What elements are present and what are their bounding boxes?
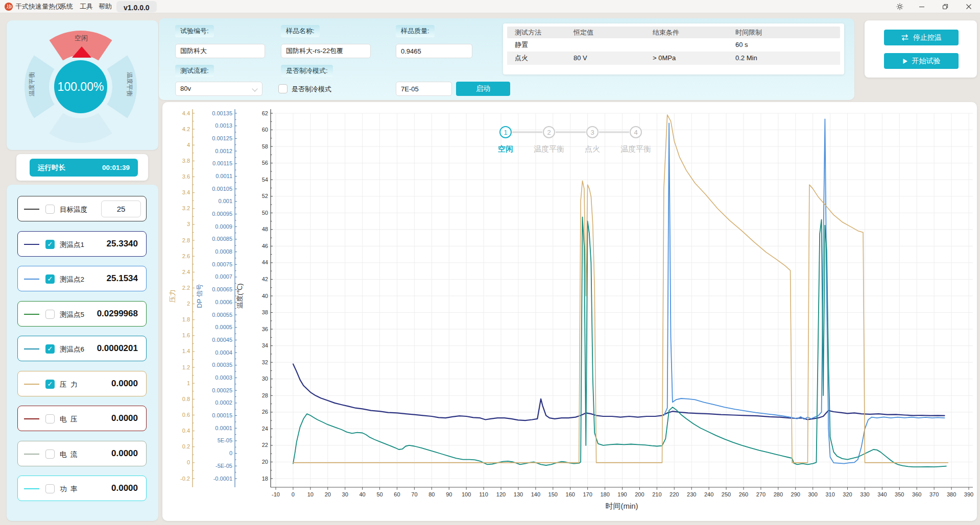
svg-text:0.00105: 0.00105 bbox=[212, 186, 232, 192]
sample-mass-input[interactable] bbox=[396, 44, 472, 58]
chart-grid bbox=[271, 113, 973, 487]
legend-row: ✓测温点225.1534 bbox=[17, 266, 147, 291]
cooling-mode-label: 是否制冷模式: bbox=[281, 65, 333, 77]
svg-text:52: 52 bbox=[262, 193, 268, 199]
legend-checkbox[interactable] bbox=[45, 414, 55, 423]
legend-row: 电 流0.0000 bbox=[17, 441, 147, 466]
method-table-cell: 0.2 Min bbox=[735, 52, 757, 65]
legend-checkbox[interactable] bbox=[45, 484, 55, 493]
svg-text:18: 18 bbox=[262, 476, 268, 482]
legend-checkbox[interactable]: ✓ bbox=[45, 380, 55, 389]
svg-text:0.00085: 0.00085 bbox=[212, 236, 232, 242]
legend-label: 测温点6 bbox=[60, 345, 84, 354]
svg-text:-0.0001: -0.0001 bbox=[213, 476, 232, 482]
legend-panel: 目标温度25✓测温点125.3340✓测温点225.1534测温点50.0299… bbox=[7, 185, 158, 521]
svg-text:240: 240 bbox=[704, 491, 713, 497]
y-axis-title-pressure: 压力 bbox=[169, 289, 176, 303]
legend-row: 电 压0.0000 bbox=[17, 406, 147, 431]
svg-text:-0.2: -0.2 bbox=[180, 476, 190, 482]
step-number: 1 bbox=[504, 129, 507, 136]
svg-text:-5E-05: -5E-05 bbox=[216, 463, 232, 469]
svg-text:0.0006: 0.0006 bbox=[215, 299, 232, 305]
restore-button[interactable] bbox=[937, 0, 954, 13]
svg-text:270: 270 bbox=[756, 491, 766, 497]
x-axis-title: 时间(min) bbox=[605, 502, 638, 510]
legend-checkbox[interactable]: ✓ bbox=[45, 240, 55, 249]
app-logo-icon bbox=[4, 2, 13, 15]
series-line-swatch bbox=[24, 209, 39, 210]
legend-label: 测温点5 bbox=[60, 310, 84, 319]
series-line-swatch bbox=[24, 314, 39, 315]
svg-text:26: 26 bbox=[262, 409, 268, 415]
svg-text:210: 210 bbox=[652, 491, 661, 497]
stop-temp-control-button[interactable]: 停止控温 bbox=[884, 30, 959, 45]
menu-item-tools[interactable]: 工具 bbox=[78, 0, 95, 13]
svg-text:48: 48 bbox=[262, 226, 268, 232]
method-table-row[interactable]: 静置60 s bbox=[507, 38, 840, 52]
svg-text:22: 22 bbox=[262, 442, 268, 448]
close-button[interactable] bbox=[960, 0, 977, 13]
y-axis-pressure: 4.44.243.83.63.43.232.82.62.42.221.81.61… bbox=[169, 109, 195, 487]
svg-text:290: 290 bbox=[791, 491, 800, 497]
y-axis-dp: 0.001350.00130.001250.00120.001150.00110… bbox=[196, 109, 237, 487]
svg-text:310: 310 bbox=[825, 491, 834, 497]
target-temp-input[interactable]: 25 bbox=[101, 201, 141, 217]
svg-text:1.2: 1.2 bbox=[182, 364, 190, 370]
menu-item-system[interactable]: 系统 bbox=[58, 0, 75, 13]
titlebar: 干式快速量热仪 系统 工具 帮助 v1.0.0.0 bbox=[0, 0, 980, 13]
svg-text:3.6: 3.6 bbox=[182, 173, 190, 180]
runtime-card: 运行时长 00:01:39 bbox=[16, 154, 148, 181]
start-test-button[interactable]: 开始试验 bbox=[884, 53, 959, 69]
series-line-swatch bbox=[24, 348, 39, 349]
svg-text:350: 350 bbox=[895, 491, 904, 497]
legend-checkbox[interactable]: ✓ bbox=[45, 344, 55, 354]
svg-text:56: 56 bbox=[262, 160, 268, 166]
method-table-cell: 点火 bbox=[515, 52, 528, 65]
svg-text:20: 20 bbox=[325, 491, 331, 497]
svg-text:2.2: 2.2 bbox=[182, 285, 190, 291]
step-indicator: 1空闲2温度平衡3点火4温度平衡 bbox=[498, 127, 651, 153]
legend-value: 0.0000 bbox=[111, 448, 138, 459]
step-label: 点火 bbox=[585, 144, 600, 153]
method-table-header-cell: 恒定值 bbox=[573, 27, 593, 38]
gauge-label-right: 温度平衡 bbox=[126, 72, 133, 96]
sample-name-input[interactable] bbox=[281, 44, 371, 58]
runtime-label: 运行时长 bbox=[38, 163, 65, 172]
legend-label: 电 压 bbox=[60, 415, 78, 424]
legend-row: ✓压 力0.0000 bbox=[17, 371, 147, 396]
svg-text:2.6: 2.6 bbox=[182, 253, 190, 259]
legend-row: ✓测温点125.3340 bbox=[17, 231, 147, 257]
method-table-row[interactable]: 点火80 V> 0MPa0.2 Min bbox=[507, 52, 840, 65]
svg-text:120: 120 bbox=[496, 491, 506, 497]
legend-checkbox[interactable] bbox=[45, 205, 55, 214]
svg-text:4: 4 bbox=[187, 142, 190, 148]
series-line-swatch bbox=[24, 418, 39, 419]
method-table-header-cell: 时间限制 bbox=[735, 27, 762, 38]
legend-label: 电 流 bbox=[60, 450, 78, 459]
svg-text:3.8: 3.8 bbox=[182, 158, 190, 164]
svg-text:3.4: 3.4 bbox=[182, 189, 190, 195]
launch-button[interactable]: 启动 bbox=[456, 82, 510, 96]
cooling-mode-checkbox[interactable] bbox=[278, 84, 288, 93]
svg-text:220: 220 bbox=[670, 491, 679, 497]
svg-text:38: 38 bbox=[262, 309, 268, 315]
method-table-header: 测试方法恒定值结束条件时间限制 bbox=[507, 27, 840, 38]
flow-select[interactable]: 80v bbox=[175, 82, 262, 96]
svg-text:0.00095: 0.00095 bbox=[212, 211, 232, 217]
exp-no-input[interactable] bbox=[175, 44, 265, 58]
svg-text:4.2: 4.2 bbox=[182, 126, 190, 132]
dp-threshold-input[interactable] bbox=[396, 82, 452, 96]
series-测温点6 bbox=[293, 217, 946, 467]
method-table-card: 测试方法恒定值结束条件时间限制静置60 s点火80 V> 0MPa0.2 Min bbox=[503, 23, 844, 74]
svg-text:1.8: 1.8 bbox=[182, 316, 190, 322]
legend-checkbox[interactable] bbox=[45, 310, 55, 319]
stop-temp-control-label: 停止控温 bbox=[913, 33, 942, 42]
series-压力 bbox=[293, 115, 948, 463]
legend-checkbox[interactable]: ✓ bbox=[45, 274, 55, 284]
minimize-button[interactable] bbox=[913, 0, 930, 13]
svg-text:150: 150 bbox=[548, 491, 558, 497]
menu-item-help[interactable]: 帮助 bbox=[97, 0, 114, 13]
app-title: 干式快速量热仪 bbox=[15, 0, 62, 13]
settings-gear-icon[interactable] bbox=[891, 0, 909, 13]
legend-checkbox[interactable] bbox=[45, 449, 55, 459]
